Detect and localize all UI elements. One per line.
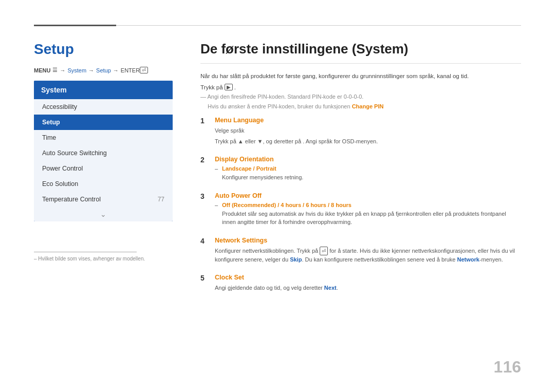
step-3-sub: – Off (Recommended) / 4 hours / 6 hours …: [215, 202, 521, 227]
page-number: 116: [494, 358, 521, 377]
step-5-content: Clock Set Angi gjeldende dato og tid, og…: [215, 274, 521, 294]
chevron-row[interactable]: ⌄: [34, 207, 173, 221]
step-4-content: Network Settings Konfigurer nettverkstil…: [215, 237, 521, 266]
breadcrumb-setup: Setup: [96, 67, 111, 73]
step-4-heading: Network Settings: [215, 237, 521, 244]
step-1-content: Menu Language Velge språk Trykk på ▲ ell…: [215, 117, 521, 147]
menu-items-list: Accessibility Setup Time Auto Source Swi…: [34, 99, 173, 207]
step-4-number: 4: [200, 237, 210, 245]
enter-icon: ⏎: [140, 67, 148, 73]
menu-item-temperature[interactable]: Temperature Control 77: [34, 192, 173, 207]
breadcrumb-menu: MENU: [34, 67, 50, 73]
network-link: Network: [457, 256, 479, 263]
enter-icon-step4: ⏎: [320, 247, 328, 255]
left-panel: Setup MENU ☰ → System → Setup → ENTER ⏎ …: [34, 41, 173, 221]
menu-item-eco-solution[interactable]: Eco Solution: [34, 176, 173, 192]
menu-item-auto-source[interactable]: Auto Source Switching: [34, 145, 173, 161]
step-3: 3 Auto Power Off – Off (Recommended) / 4…: [200, 192, 521, 229]
step-1-body2: Trykk på ▲ eller ▼, og deretter på . Ang…: [215, 137, 521, 146]
step-2-number: 2: [200, 156, 210, 164]
breadcrumb: MENU ☰ → System → Setup → ENTER ⏎: [34, 67, 173, 73]
footnote: – Hvilket bilde som vises, avhenger av m…: [34, 256, 145, 262]
step-5-number: 5: [200, 274, 210, 282]
right-panel: De første innstillingene (System) Når du…: [200, 41, 521, 303]
step-4: 4 Network Settings Konfigurer nettverkst…: [200, 237, 521, 266]
menu-item-accessibility[interactable]: Accessibility: [34, 99, 173, 115]
menu-item-time[interactable]: Time: [34, 130, 173, 145]
step-3-number: 3: [200, 192, 210, 200]
step-2-heading: Display Orientation: [215, 156, 521, 163]
step-3-sub-label: Off (Recommended) / 4 hours / 6 hours / …: [222, 202, 521, 208]
step-3-heading: Auto Power Off: [215, 192, 521, 199]
next-link: Next: [324, 285, 337, 291]
step-2-sub: – Landscape / Portrait Konfigurer menysi…: [215, 165, 521, 182]
chevron-down-icon: ⌄: [100, 210, 106, 218]
breadcrumb-enter: ENTER ⏎: [121, 67, 148, 73]
step-5: 5 Clock Set Angi gjeldende dato og tid, …: [200, 274, 521, 294]
menu-item-power-control[interactable]: Power Control: [34, 161, 173, 176]
page-title: Setup: [34, 41, 173, 58]
top-bar: [34, 25, 521, 26]
skip-link: Skip: [290, 256, 302, 263]
menu-item-setup[interactable]: Setup: [34, 115, 173, 130]
system-menu-title: System: [34, 81, 173, 99]
step-5-body: Angi gjeldende dato og tid, og velg dere…: [215, 284, 521, 292]
menu-item-temperature-number: 77: [158, 196, 164, 203]
step-2-dash: –: [215, 165, 219, 172]
step-2-sub-desc: Konfigurer menysidenes retning.: [222, 173, 303, 182]
step-1-body1: Velge språk: [215, 126, 521, 135]
step-2-sub-label: Landscape / Portrait: [222, 165, 303, 172]
step-5-heading: Clock Set: [215, 274, 521, 281]
trykk-pa-line: Trykk på ▶.: [200, 84, 521, 90]
footnote-divider: [34, 252, 137, 252]
step-3-sub-desc: Produktet slår seg automatisk av hvis du…: [222, 210, 521, 227]
breadcrumb-arrow2: →: [88, 67, 94, 73]
intro-text-2: ― Angi den firesifrede PIN-koden. Standa…: [200, 92, 521, 101]
menu-icon: ☰: [52, 67, 58, 73]
step-1: 1 Menu Language Velge språk Trykk på ▲ e…: [200, 117, 521, 147]
right-panel-title: De første innstillingene (System): [200, 41, 521, 64]
step-3-dash: –: [215, 202, 219, 208]
breadcrumb-arrow1: →: [60, 67, 65, 73]
step-4-body: Konfigurer nettverkstilkoblingen. Trykk …: [215, 247, 521, 264]
breadcrumb-system: System: [67, 67, 86, 73]
step-3-content: Auto Power Off – Off (Recommended) / 4 h…: [215, 192, 521, 229]
step-2-content: Display Orientation – Landscape / Portra…: [215, 156, 521, 184]
step-1-number: 1: [200, 117, 210, 125]
system-menu-box: System Accessibility Setup Time Auto Sou…: [34, 81, 173, 221]
intro-text-1: Når du har slått på produktet for første…: [200, 72, 521, 81]
step-2: 2 Display Orientation – Landscape / Port…: [200, 156, 521, 184]
top-bar-accent: [34, 25, 116, 26]
change-pin-link[interactable]: Change PIN: [352, 103, 384, 109]
step-1-heading: Menu Language: [215, 117, 521, 124]
intro-text-3: Hvis du ønsker å endre PIN-koden, bruker…: [200, 102, 521, 111]
breadcrumb-arrow3: →: [113, 67, 119, 73]
top-bar-line: [116, 25, 521, 26]
enter-icon-trykk: ▶: [225, 84, 233, 90]
